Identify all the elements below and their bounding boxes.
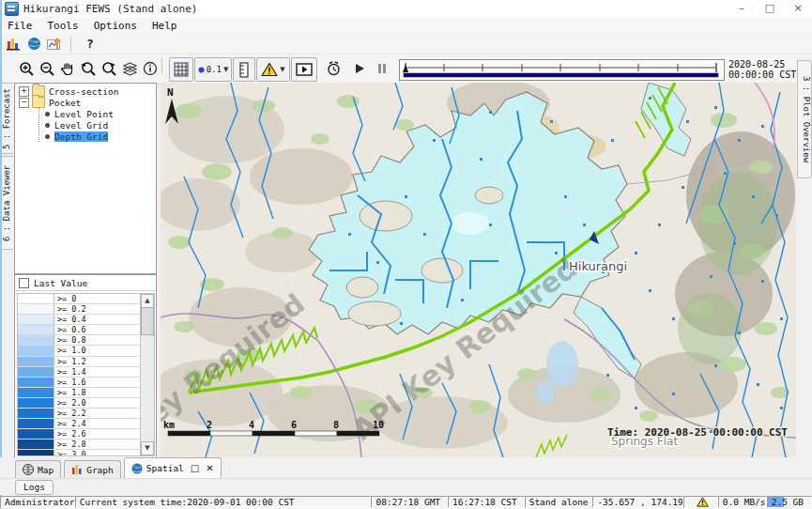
info-icon: [143, 61, 158, 76]
zoom-in-button[interactable]: [17, 57, 36, 80]
bar-chart-icon: [7, 38, 21, 51]
menu-file[interactable]: File: [0, 20, 40, 32]
info-button[interactable]: [141, 57, 160, 80]
data-display-icon[interactable]: [4, 36, 23, 53]
warning-triangle-icon: [697, 497, 709, 507]
time-slider-handle[interactable]: [403, 65, 408, 72]
close-button[interactable]: ×: [784, 0, 812, 17]
legend-row[interactable]: >= 1.4: [18, 367, 141, 378]
legend-row[interactable]: >= 0: [18, 294, 141, 304]
tree-item-pocket[interactable]: − Pocket: [19, 97, 81, 108]
status-coordinates: -35.657 , 174.199: [592, 496, 683, 508]
time-slider[interactable]: [399, 59, 725, 81]
legend-row[interactable]: >= 1.2: [18, 357, 141, 367]
scrollbar-thumb[interactable]: [141, 307, 154, 335]
spatial-display-icon[interactable]: [45, 36, 64, 53]
help-button[interactable]: ?: [86, 37, 94, 51]
legend-row[interactable]: >= 2.2: [18, 409, 141, 419]
tab-plot-overview[interactable]: 3 : Plot Overview: [797, 60, 812, 178]
status-local-time: 16:27:18 CST: [448, 496, 525, 508]
legend-row[interactable]: >= 3.0: [18, 450, 141, 456]
legend-color-swatch: [18, 409, 54, 418]
map-canvas: API Key Required API Key Required N Hiku…: [161, 83, 796, 457]
map-display-icon[interactable]: [24, 36, 43, 53]
legend-color-swatch: [18, 325, 54, 334]
tab-map[interactable]: Map: [15, 460, 61, 478]
legend-row-label: >= 0.2: [54, 304, 86, 314]
zoom-previous-button[interactable]: [79, 57, 98, 80]
zoom-next-button[interactable]: [100, 57, 118, 80]
warning-threshold-dropdown[interactable]: ▼: [256, 57, 290, 82]
scale-bar-button[interactable]: [233, 57, 255, 82]
legend-row[interactable]: >= 0.4: [18, 315, 141, 325]
layers-button[interactable]: [120, 57, 139, 80]
tab-maximize-icon[interactable]: □: [191, 463, 199, 473]
legend-row[interactable]: >= 0.6: [18, 325, 141, 335]
legend-row[interactable]: >= 0.2: [18, 304, 141, 315]
menu-options[interactable]: Options: [86, 20, 145, 32]
bullet-icon: [45, 134, 50, 139]
legend-header: Last Value: [15, 275, 156, 291]
legend-row[interactable]: >= 0.8: [18, 335, 141, 346]
logs-tab[interactable]: Logs: [15, 480, 54, 495]
minimize-button[interactable]: –: [728, 0, 756, 17]
tree-item-level-grid[interactable]: Level Grid: [45, 119, 108, 131]
tree-item-label: Level Point: [54, 109, 114, 119]
legend-row-label: >= 2.2: [54, 409, 86, 418]
last-value-checkbox[interactable]: [19, 278, 29, 288]
expand-icon[interactable]: +: [19, 86, 29, 97]
tab-graph[interactable]: Graph: [64, 460, 121, 478]
play-button[interactable]: [351, 57, 368, 80]
time-settings-button[interactable]: [323, 57, 344, 80]
legend-row[interactable]: >= 2.6: [18, 429, 141, 440]
tab-close-icon[interactable]: ✕: [206, 463, 213, 473]
tab-spatial[interactable]: Spatial □ ✕: [124, 457, 222, 478]
map-viewport[interactable]: API Key Required API Key Required N Hiku…: [161, 83, 796, 457]
legend-row[interactable]: >= 1.6: [18, 378, 141, 388]
status-system-time: Current system time:2020-09-01 00:00 CST: [75, 496, 372, 508]
pause-icon: [377, 63, 387, 74]
chevron-down-icon: ▼: [280, 66, 284, 73]
bottom-tab-bar: Map Graph Spatial □ ✕: [0, 457, 812, 478]
main-toolbar: ?: [0, 34, 812, 54]
collapse-icon[interactable]: −: [19, 98, 29, 108]
legend-row-label: >= 2.0: [54, 398, 86, 408]
pause-button[interactable]: [374, 57, 391, 80]
menu-tools[interactable]: Tools: [40, 20, 86, 32]
folder-icon: [32, 97, 45, 108]
legend-row[interactable]: >= 2.0: [18, 398, 141, 409]
status-memory[interactable]: 2.5 GB: [767, 496, 812, 508]
legend-row[interactable]: >= 1.8: [18, 388, 141, 398]
tree-item-depth-grid[interactable]: Depth Grid: [45, 131, 108, 142]
zoom-out-icon: [39, 61, 55, 77]
tree-item-level-point[interactable]: Level Point: [45, 108, 114, 119]
memory-usage-text: 2.5 GB: [772, 497, 804, 507]
animation-display-button[interactable]: [291, 57, 317, 82]
legend-row[interactable]: >= 2.8: [18, 440, 141, 450]
legend-scrollbar[interactable]: ▲ ▼: [140, 293, 155, 456]
app-icon: [5, 2, 19, 16]
legend-row-label: >= 0.4: [54, 315, 86, 324]
zoom-out-button[interactable]: [38, 57, 56, 80]
spatial-chart-icon: [47, 38, 62, 51]
last-value-label: Last Value: [34, 278, 87, 288]
grid-display-button[interactable]: [169, 57, 193, 82]
contour-interval-dropdown[interactable]: 0.1 ▼: [194, 57, 232, 82]
scroll-up-icon[interactable]: ▲: [141, 294, 154, 308]
legend-row[interactable]: >= 1.0: [18, 346, 141, 356]
time-slider-rail: [400, 60, 722, 78]
contour-interval-value: 0.1: [207, 65, 222, 74]
legend-panel: Last Value >= 0>= 0.2>= 0.4>= 0.6>= 0.8>…: [14, 274, 157, 458]
maximize-button[interactable]: □: [756, 0, 784, 17]
map-toolbar: 0.1 ▼ ▼: [0, 54, 812, 85]
menu-help[interactable]: Help: [145, 20, 185, 32]
scroll-down-icon[interactable]: ▼: [141, 441, 154, 455]
status-warning-cell[interactable]: [683, 496, 718, 508]
clock-icon: [326, 61, 342, 77]
pan-button[interactable]: [58, 57, 77, 80]
globe-icon: [27, 37, 41, 51]
legend-row[interactable]: >= 2.4: [18, 419, 141, 429]
legend-row-label: >= 1.0: [54, 346, 86, 355]
legend-color-swatch: [18, 346, 54, 355]
svg-text:2: 2: [207, 420, 212, 430]
